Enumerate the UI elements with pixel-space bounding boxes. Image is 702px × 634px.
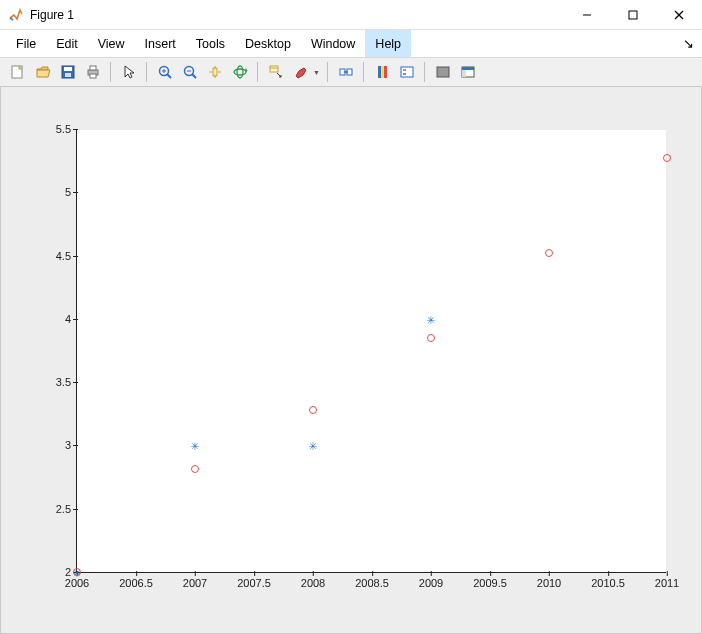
show-tools-icon[interactable] bbox=[456, 61, 479, 83]
svg-rect-10 bbox=[90, 74, 96, 78]
dock-icon[interactable]: ↘ bbox=[683, 36, 694, 51]
svg-rect-34 bbox=[462, 70, 466, 77]
xtick: 2008.5 bbox=[355, 572, 389, 589]
menu-tools[interactable]: Tools bbox=[186, 30, 235, 57]
save-icon[interactable] bbox=[56, 61, 79, 83]
xtick: 2009.5 bbox=[473, 572, 507, 589]
ytick: 3 bbox=[65, 439, 77, 451]
ytick: 3.5 bbox=[56, 376, 77, 388]
ytick: 5.5 bbox=[56, 123, 77, 135]
close-button[interactable] bbox=[656, 0, 702, 30]
svg-rect-1 bbox=[629, 11, 637, 19]
colorbar-icon[interactable] bbox=[370, 61, 393, 83]
legend-icon[interactable] bbox=[395, 61, 418, 83]
ytick: 4.5 bbox=[56, 250, 77, 262]
axes[interactable]: 22.533.544.555.520062006.520072007.52008… bbox=[76, 130, 666, 573]
svg-rect-7 bbox=[65, 73, 71, 77]
menu-window[interactable]: Window bbox=[301, 30, 365, 57]
xtick: 2007 bbox=[183, 572, 207, 589]
point-series-circle bbox=[309, 406, 317, 414]
point-series-star: ✳ bbox=[309, 441, 317, 449]
svg-rect-26 bbox=[381, 66, 384, 78]
menu-help[interactable]: Help bbox=[365, 30, 411, 57]
window-title: Figure 1 bbox=[30, 8, 74, 22]
zoom-in-icon[interactable] bbox=[153, 61, 176, 83]
point-series-star: ✳ bbox=[191, 441, 199, 449]
brush-icon-dropdown[interactable]: ▼ bbox=[312, 69, 321, 76]
svg-rect-20 bbox=[270, 66, 278, 72]
svg-rect-6 bbox=[64, 67, 72, 71]
svg-rect-27 bbox=[384, 66, 387, 78]
svg-rect-33 bbox=[462, 67, 474, 70]
svg-rect-25 bbox=[378, 66, 381, 78]
xtick: 2007.5 bbox=[237, 572, 271, 589]
xtick: 2008 bbox=[301, 572, 325, 589]
xtick: 2010 bbox=[537, 572, 561, 589]
menu-desktop[interactable]: Desktop bbox=[235, 30, 301, 57]
svg-rect-9 bbox=[90, 66, 96, 70]
pan-icon[interactable] bbox=[203, 61, 226, 83]
zoom-out-icon[interactable] bbox=[178, 61, 201, 83]
rotate3d-icon[interactable] bbox=[228, 61, 251, 83]
minimize-button[interactable] bbox=[564, 0, 610, 30]
point-series-star: ✳ bbox=[427, 315, 435, 323]
xtick: 2006.5 bbox=[119, 572, 153, 589]
open-icon[interactable] bbox=[31, 61, 54, 83]
svg-rect-31 bbox=[437, 67, 449, 77]
menu-edit[interactable]: Edit bbox=[46, 30, 88, 57]
brush-icon[interactable] bbox=[289, 61, 312, 83]
xtick: 2009 bbox=[419, 572, 443, 589]
link-icon[interactable] bbox=[334, 61, 357, 83]
xtick: 2011 bbox=[655, 572, 679, 589]
hide-tools-icon[interactable] bbox=[431, 61, 454, 83]
menu-insert[interactable]: Insert bbox=[135, 30, 186, 57]
menu-view[interactable]: View bbox=[88, 30, 135, 57]
svg-point-19 bbox=[237, 66, 243, 78]
ytick: 4 bbox=[65, 313, 77, 325]
matlab-icon bbox=[8, 7, 24, 23]
figure-area: 22.533.544.555.520062006.520072007.52008… bbox=[0, 87, 702, 634]
point-series-star: ✳ bbox=[73, 568, 81, 576]
point-series-circle bbox=[663, 154, 671, 162]
xtick: 2010.5 bbox=[591, 572, 625, 589]
ytick: 2.5 bbox=[56, 503, 77, 515]
svg-rect-28 bbox=[401, 67, 413, 77]
svg-line-12 bbox=[167, 74, 171, 78]
point-series-circle bbox=[191, 465, 199, 473]
point-series-circle bbox=[427, 334, 435, 342]
point-series-circle bbox=[545, 249, 553, 257]
svg-point-18 bbox=[234, 69, 246, 75]
data-cursor-icon[interactable] bbox=[264, 61, 287, 83]
toolbar: ▼ bbox=[0, 57, 702, 87]
menubar: FileEditViewInsertToolsDesktopWindowHelp… bbox=[0, 30, 702, 57]
pointer-icon[interactable] bbox=[117, 61, 140, 83]
svg-line-16 bbox=[192, 74, 196, 78]
menu-file[interactable]: File bbox=[6, 30, 46, 57]
maximize-button[interactable] bbox=[610, 0, 656, 30]
ytick: 5 bbox=[65, 186, 77, 198]
print-icon[interactable] bbox=[81, 61, 104, 83]
titlebar: Figure 1 bbox=[0, 0, 702, 30]
new-figure-icon[interactable] bbox=[6, 61, 29, 83]
